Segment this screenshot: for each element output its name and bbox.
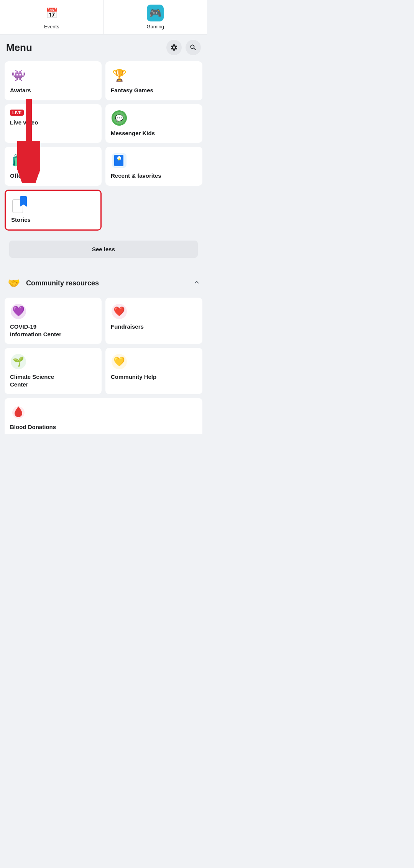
recent-favorites-svg [112, 153, 127, 168]
menu-title: Menu [6, 42, 32, 54]
search-button[interactable] [186, 40, 201, 55]
menu-item-fantasy-games[interactable]: 🏆 Fantasy Games [105, 61, 202, 100]
menu-item-avatars[interactable]: 👾 Avatars [5, 61, 102, 100]
see-less-button[interactable]: See less [9, 241, 198, 258]
svg-text:💛: 💛 [113, 356, 125, 367]
messenger-kids-label: Messenger Kids [111, 129, 155, 137]
gear-icon [170, 44, 178, 51]
menu-item-stories[interactable]: Stories [5, 190, 102, 231]
recent-favorites-label: Recent & favorites [111, 172, 161, 180]
blood-donations-partial: Blood Donations [5, 398, 202, 434]
community-resources-grid: 💜 COVID-19Information Center ❤️ Fundrais… [0, 295, 207, 436]
chevron-svg [192, 278, 201, 287]
gaming-icon: 🎮 [147, 5, 164, 21]
climate-icon: 🌱 [10, 353, 27, 370]
climate-label: Climate ScienceCenter [10, 373, 54, 388]
see-less-container: See less [0, 233, 207, 265]
menu-item-covid[interactable]: 💜 COVID-19Information Center [5, 298, 102, 344]
community-grid-layout: 💜 COVID-19Information Center ❤️ Fundrais… [5, 298, 202, 394]
svg-text:💬: 💬 [115, 114, 124, 123]
events-label: Events [44, 24, 59, 29]
community-help-icon: 💛 [111, 353, 128, 370]
community-resources-header: 🤝 Community resources [0, 269, 207, 295]
covid-svg: 💜 [11, 304, 26, 319]
offers-icon: 🛍️ [10, 152, 27, 169]
menu-item-climate[interactable]: 🌱 Climate ScienceCenter [5, 348, 102, 394]
menu-item-offers[interactable]: 🛍️ Offers [5, 147, 102, 186]
fundraisers-icon: ❤️ [111, 303, 128, 320]
community-help-label: Community Help [111, 373, 156, 381]
top-bar-events[interactable]: 📅 Events [0, 0, 104, 34]
menu-item-fundraisers[interactable]: ❤️ Fundraisers [105, 298, 202, 344]
messenger-kids-icon: 💬 [111, 110, 128, 126]
events-icon: 📅 [43, 5, 60, 21]
svg-text:💜: 💜 [12, 305, 25, 317]
offers-label: Offers [10, 172, 27, 180]
blood-drop-svg [11, 404, 26, 419]
section-header-left: 🤝 Community resources [6, 275, 99, 291]
blood-donations-label: Blood Donations [10, 423, 56, 431]
stories-label: Stories [11, 216, 31, 224]
avatars-icon: 👾 [10, 67, 27, 84]
section-divider [0, 265, 207, 269]
fundraisers-label: Fundraisers [111, 323, 144, 331]
climate-svg: 🌱 [11, 354, 26, 369]
menu-item-blood-donations[interactable]: Blood Donations [5, 398, 202, 434]
community-help-svg: 💛 [112, 354, 127, 369]
menu-header: Menu [0, 34, 207, 59]
recent-favorites-icon [111, 152, 128, 169]
live-badge: LIVE [10, 110, 24, 116]
covid-icon: 💜 [10, 303, 27, 320]
community-resources-title: Community resources [26, 279, 99, 287]
top-quick-access: 📅 Events 🎮 Gaming [0, 0, 207, 34]
search-icon [189, 44, 197, 51]
menu-header-icons [166, 40, 201, 55]
menu-grid: 👾 Avatars 🏆 Fantasy Games LIVE Live vide… [0, 59, 207, 233]
menu-grid-layout: 👾 Avatars 🏆 Fantasy Games LIVE Live vide… [5, 61, 202, 231]
avatars-label: Avatars [10, 87, 31, 94]
menu-item-messenger-kids[interactable]: 💬 Messenger Kids [105, 104, 202, 143]
blood-donations-icon [10, 403, 27, 420]
fantasy-games-label: Fantasy Games [111, 87, 153, 94]
messenger-kids-svg: 💬 [112, 110, 127, 126]
svg-text:🌱: 🌱 [13, 356, 24, 367]
fantasy-games-icon: 🏆 [111, 67, 128, 84]
live-video-label: Live video [10, 119, 38, 126]
menu-item-live-video[interactable]: LIVE Live video [5, 104, 102, 143]
stories-icon [11, 196, 28, 213]
handshake-icon: 🤝 [6, 275, 21, 291]
covid-label: COVID-19Information Center [10, 323, 61, 338]
menu-item-community-help[interactable]: 💛 Community Help [105, 348, 202, 394]
menu-item-recent-favorites[interactable]: Recent & favorites [105, 147, 202, 186]
settings-button[interactable] [166, 40, 182, 55]
gaming-label: Gaming [146, 24, 164, 29]
fundraisers-svg: ❤️ [112, 304, 127, 319]
chevron-up-icon[interactable] [192, 278, 201, 288]
svg-text:❤️: ❤️ [113, 306, 125, 317]
top-bar-gaming[interactable]: 🎮 Gaming [104, 0, 207, 34]
